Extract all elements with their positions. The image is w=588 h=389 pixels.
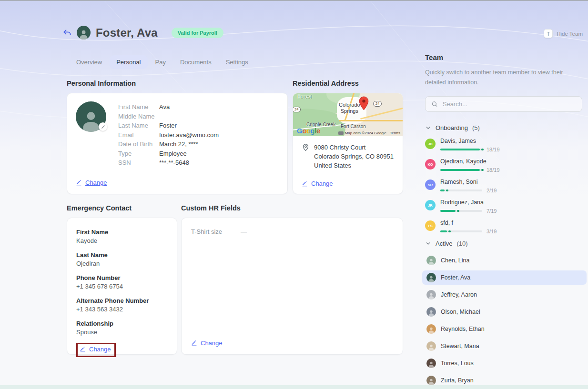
field-label: Alternate Phone Number — [76, 297, 168, 304]
team-member-row[interactable]: Olson, Michael — [422, 305, 587, 319]
team-member-row[interactable]: Torres, Lous — [422, 356, 587, 370]
back-button[interactable] — [62, 28, 72, 38]
pencil-icon — [302, 180, 308, 187]
team-member-row[interactable]: FS sfd, f 3/19 — [425, 219, 582, 234]
tab-settings[interactable]: Settings — [219, 55, 255, 69]
field-label: SSN — [118, 159, 159, 166]
member-name: Ojediran, Kayode — [440, 158, 582, 165]
member-photo-avatar — [426, 341, 436, 351]
member-photo-avatar — [426, 324, 436, 334]
team-description: Quickly switch to another team member to… — [425, 68, 582, 88]
tab-pay[interactable]: Pay — [149, 55, 172, 69]
residential-change-button[interactable]: Change — [302, 180, 394, 187]
onboarding-group-count: (5) — [472, 124, 480, 131]
chevron-down-icon — [425, 240, 431, 247]
team-member-row[interactable]: SR Ramesh, Soni 2/19 — [425, 179, 582, 193]
member-name: Reynolds, Ethan — [441, 326, 485, 332]
member-photo-avatar — [426, 359, 436, 368]
person-silhouette-icon — [427, 292, 435, 299]
member-name: Foster, Ava — [441, 274, 470, 281]
field-value: Employee — [159, 150, 219, 157]
change-label: Change — [311, 180, 333, 187]
search-input[interactable] — [443, 100, 576, 108]
map-road — [339, 120, 403, 121]
member-name: Zurta, Bryan — [441, 377, 474, 384]
route-badge-24: 24 — [373, 101, 382, 107]
field-label: Type — [118, 150, 159, 157]
team-member-row[interactable]: KO Ojediran, Kayode 18/19 — [425, 158, 582, 173]
field-label: Last Name — [118, 122, 159, 129]
active-group-count: (10) — [456, 240, 467, 247]
member-name: sfd, f — [440, 219, 582, 226]
content-row-2: Emergency Contact First Name Kayode Last… — [67, 204, 403, 355]
map-attribution: Map data ©2024 Google — [338, 131, 386, 135]
team-member-row-selected[interactable]: Foster, Ava — [422, 270, 587, 285]
map-attribution-text: Map data ©2024 Google — [345, 131, 386, 135]
change-label: Change — [201, 339, 223, 347]
field-label: Email — [118, 131, 159, 139]
onboarding-progress-bar — [440, 169, 482, 171]
map-label-forest: Forest — [297, 94, 312, 100]
team-member-row[interactable]: Reynolds, Ethan — [422, 322, 587, 336]
residential-address-title: Residential Address — [293, 80, 403, 87]
field-value: Ava — [159, 103, 219, 110]
chevron-down-icon — [425, 125, 431, 131]
team-member-row[interactable]: Chen, Lina — [422, 253, 587, 268]
field-label: First Name — [76, 229, 168, 236]
member-photo-avatar — [426, 290, 436, 299]
tab-documents[interactable]: Documents — [173, 55, 218, 69]
annotation-highlight-box: Change — [76, 343, 116, 357]
profile-header: Foster, Ava Valid for Payroll — [62, 26, 223, 40]
field-label: Phone Number — [76, 274, 168, 281]
content-row-1: Personal Information First Name Ava — [67, 80, 403, 194]
google-map[interactable]: Forest Colorado Springs Cripple Creek Fo… — [293, 93, 403, 136]
person-silhouette-icon — [427, 275, 435, 282]
route-badge-24: 24 — [293, 107, 301, 112]
address-block: 9080 Christy Court Colorado Springs, CO … — [314, 143, 394, 170]
tab-overview[interactable]: Overview — [70, 55, 109, 69]
personal-info-change-button[interactable]: Change — [76, 179, 279, 186]
field-value: March 22, **** — [159, 140, 219, 148]
residential-address-card: Forest Colorado Springs Cripple Creek Fo… — [293, 93, 403, 194]
team-title: Team — [425, 53, 582, 61]
field-label: Relationship — [76, 320, 168, 327]
map-terms-link[interactable]: Terms — [390, 131, 400, 135]
tab-personal[interactable]: Personal — [110, 55, 147, 69]
active-group-header[interactable]: Active (10) — [425, 240, 582, 247]
member-name: Chen, Lina — [441, 257, 469, 264]
member-initials-avatar: JD — [425, 139, 436, 149]
person-silhouette-icon — [78, 29, 89, 40]
member-name: Jeffrey, Aaron — [441, 291, 477, 298]
team-member-row[interactable]: JD Davis, James 18/19 — [425, 138, 582, 152]
onboarding-progress-bar — [440, 149, 482, 150]
emergency-change-button[interactable]: Change — [80, 346, 111, 353]
map-pin-icon — [358, 96, 369, 110]
member-name: Olson, Michael — [441, 309, 480, 315]
person-silhouette-icon — [427, 378, 435, 385]
emergency-contact-title: Emergency Contact — [67, 204, 177, 212]
field-value — [159, 113, 219, 120]
pencil-icon — [191, 340, 197, 346]
custom-hr-change-button[interactable]: Change — [191, 339, 393, 347]
onboarding-group-label: Onboarding — [436, 124, 468, 131]
field-value: foster.ava@wmo.com — [159, 131, 219, 139]
member-photo-avatar — [426, 256, 436, 265]
employee-profile-page: Foster, Ava Valid for Payroll T Hide Tea… — [0, 0, 588, 389]
profile-tabs: Overview Personal Pay Documents Settings — [70, 55, 256, 69]
member-name: Torres, Lous — [441, 360, 474, 367]
field-value: ***-**-5648 — [159, 159, 219, 166]
address-line1: 9080 Christy Court — [314, 143, 394, 152]
member-initials-avatar: FS — [425, 220, 436, 231]
personal-info-fields: First Name Ava Middle Name Last Name Fos… — [118, 101, 219, 166]
keyboard-shortcuts-icon — [338, 131, 344, 135]
edit-photo-button[interactable] — [99, 122, 107, 131]
back-arrow-icon — [62, 28, 72, 38]
onboarding-group-header[interactable]: Onboarding (5) — [425, 124, 582, 131]
team-member-row[interactable]: JR Rodriguez, Jana 7/19 — [425, 199, 582, 214]
team-member-row[interactable]: Jeffrey, Aaron — [422, 288, 587, 302]
address-line2: Colorado Springs, CO 80951 — [314, 152, 394, 161]
team-member-row[interactable]: Stewart, Maria — [422, 339, 587, 353]
hide-team-button[interactable]: T Hide Team — [544, 29, 583, 38]
keyboard-shortcut-t: T — [544, 29, 553, 38]
personal-info-title: Personal Information — [67, 80, 288, 87]
